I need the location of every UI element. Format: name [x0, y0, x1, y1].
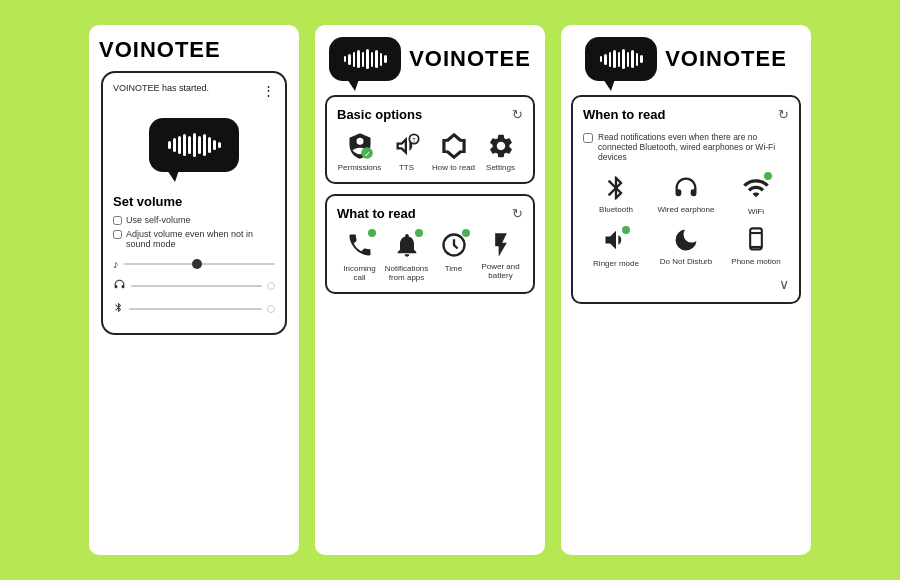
music-slider[interactable] — [124, 263, 276, 265]
wired-earphone-label: Wired earphone — [658, 205, 715, 214]
power-battery-label: Power and battery — [478, 262, 523, 280]
settings-icon — [487, 132, 515, 160]
panel1-title: VOINOTEE — [99, 37, 289, 63]
wifi-label: WiFi — [748, 207, 764, 216]
chevron-down-row: ∨ — [583, 276, 789, 292]
do-not-disturb-label: Do Not Disturb — [660, 257, 712, 266]
when-to-read-header: When to read ↻ — [583, 107, 789, 122]
basic-options-grid: ✓ Permissions T TTS — [337, 132, 523, 172]
headphone-slider[interactable] — [131, 285, 262, 287]
when-checkbox-row: Read notifications even when there are n… — [583, 132, 789, 162]
panel3-speech-bubble — [585, 37, 657, 81]
checkbox2-label: Adjust volume even when not in sound mod… — [126, 229, 275, 249]
panel3-logo-area: VOINOTEE — [585, 37, 787, 81]
wired-earphone-item[interactable]: Wired earphone — [653, 174, 719, 216]
incoming-call-item[interactable]: Incoming call — [337, 231, 382, 282]
checkbox1-label: Use self-volume — [126, 215, 191, 225]
checkbox1[interactable] — [113, 216, 122, 225]
phone-status-bar: VOINOTEE has started. ⋮ — [113, 83, 275, 98]
when-checkbox-label: Read notifications even when there are n… — [598, 132, 789, 162]
phone-logo-area — [113, 118, 275, 172]
panel3: VOINOTEE When to read ↻ Read notificatio… — [561, 25, 811, 555]
when-to-read-title: When to read — [583, 107, 665, 122]
basic-options-card: Basic options ↻ ✓ Permissions — [325, 95, 535, 184]
chevron-down-icon[interactable]: ∨ — [779, 276, 789, 292]
checkbox2[interactable] — [113, 230, 122, 239]
bluetooth-slider-row — [113, 301, 275, 316]
svg-text:T: T — [412, 137, 416, 143]
phone-motion-icon — [742, 226, 770, 254]
checkbox1-row: Use self-volume — [113, 215, 191, 225]
status-text: VOINOTEE has started. — [113, 83, 209, 98]
power-battery-icon — [487, 231, 515, 259]
headphone-icon — [113, 278, 126, 293]
notifications-item[interactable]: Notifications from apps — [384, 231, 429, 282]
tts-icon: T — [393, 132, 421, 160]
refresh-icon-1[interactable]: ↻ — [512, 107, 523, 122]
refresh-icon-2[interactable]: ↻ — [512, 206, 523, 221]
bluetooth-slider[interactable] — [129, 308, 262, 310]
when-checkbox[interactable] — [583, 133, 593, 143]
panel2-speech-bubble — [329, 37, 401, 81]
bluetooth-when-icon — [602, 174, 630, 202]
time-label: Time — [445, 264, 462, 273]
wave-bars — [168, 133, 221, 157]
permissions-label: Permissions — [338, 163, 382, 172]
power-battery-item[interactable]: Power and battery — [478, 231, 523, 282]
incoming-call-label: Incoming call — [337, 264, 382, 282]
panel2: VOINOTEE Basic options ↻ ✓ Permissions — [315, 25, 545, 555]
svg-text:✓: ✓ — [363, 150, 370, 159]
do-not-disturb-item[interactable]: Do Not Disturb — [653, 226, 719, 268]
bluetooth-when-item[interactable]: Bluetooth — [583, 174, 649, 216]
when-to-read-grid: Bluetooth Wired earphone — [583, 174, 789, 268]
bluetooth-small-icon — [113, 301, 124, 316]
how-to-read-label: How to read — [432, 163, 475, 172]
speech-bubble — [149, 118, 239, 172]
tts-label: TTS — [399, 163, 414, 172]
panel3-title: VOINOTEE — [665, 46, 787, 72]
wired-earphone-icon — [672, 174, 700, 202]
panel2-logo-area: VOINOTEE — [329, 37, 531, 81]
basic-options-header: Basic options ↻ — [337, 107, 523, 122]
refresh-icon-3[interactable]: ↻ — [778, 107, 789, 122]
what-to-read-grid: Incoming call Notifications from apps — [337, 231, 523, 282]
settings-label: Settings — [486, 163, 515, 172]
panel2-title: VOINOTEE — [409, 46, 531, 72]
permissions-item[interactable]: ✓ Permissions — [337, 132, 382, 172]
set-volume-label: Set volume — [113, 194, 275, 209]
ringer-mode-label: Ringer mode — [593, 259, 639, 268]
music-slider-row: ♪ — [113, 258, 275, 270]
main-container: VOINOTEE VOINOTEE has started. ⋮ — [0, 0, 900, 580]
panel2-wave-bars — [344, 49, 387, 69]
phone-frame: VOINOTEE has started. ⋮ — [101, 71, 287, 335]
how-to-read-icon — [440, 132, 468, 160]
phone-motion-item[interactable]: Phone motion — [723, 226, 789, 268]
tts-item[interactable]: T TTS — [384, 132, 429, 172]
time-item[interactable]: Time — [431, 231, 476, 282]
checkbox2-row: Adjust volume even when not in sound mod… — [113, 229, 275, 249]
permissions-icon: ✓ — [346, 132, 374, 160]
basic-options-title: Basic options — [337, 107, 422, 122]
when-to-read-card: When to read ↻ Read notifications even w… — [571, 95, 801, 304]
panel1: VOINOTEE VOINOTEE has started. ⋮ — [89, 25, 299, 555]
wifi-item[interactable]: WiFi — [723, 174, 789, 216]
panel3-wave-bars — [600, 49, 643, 69]
notifications-label: Notifications from apps — [384, 264, 429, 282]
what-to-read-card: What to read ↻ Incoming call — [325, 194, 535, 294]
headphone-slider-row — [113, 278, 275, 293]
ringer-mode-item[interactable]: Ringer mode — [583, 226, 649, 268]
do-not-disturb-icon — [672, 226, 700, 254]
bluetooth-label: Bluetooth — [599, 205, 633, 214]
how-to-read-item[interactable]: How to read — [431, 132, 476, 172]
what-to-read-title: What to read — [337, 206, 416, 221]
options-icon: ⋮ — [262, 83, 275, 98]
settings-item[interactable]: Settings — [478, 132, 523, 172]
what-to-read-header: What to read ↻ — [337, 206, 523, 221]
music-note-icon: ♪ — [113, 258, 119, 270]
phone-motion-label: Phone motion — [731, 257, 780, 266]
